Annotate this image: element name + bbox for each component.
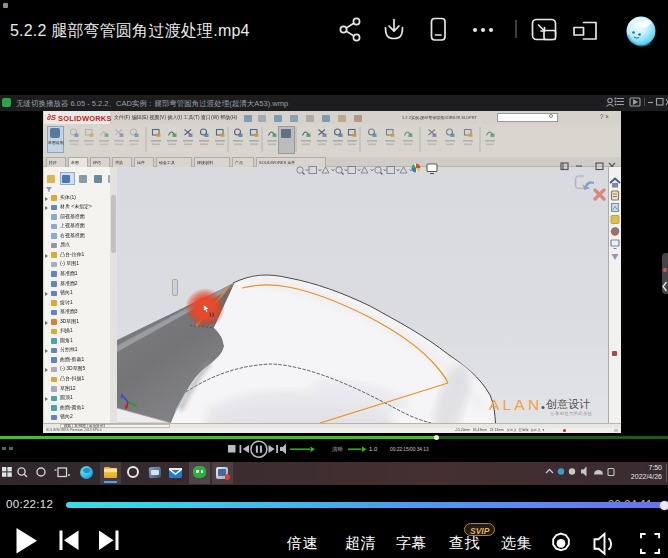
svg-text:创意设计: 创意设计	[546, 398, 590, 410]
svg-text:1.0: 1.0	[369, 446, 378, 452]
svg-text:分享创造力的必杀技: 分享创造力的必杀技	[550, 410, 593, 416]
svg-text:ALAN: ALAN	[489, 396, 542, 413]
svg-text:00:22:15/00:34:13: 00:22:15/00:34:13	[390, 447, 429, 452]
svg-text:清晰: 清晰	[332, 446, 344, 453]
